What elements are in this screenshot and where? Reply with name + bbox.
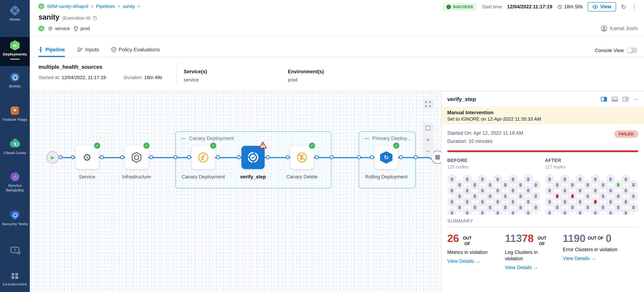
tab-policy-evaluations[interactable]: Policy Evaluations [112,42,160,57]
canary-icon [198,152,209,163]
after-node-grid[interactable] [545,174,638,215]
tab-label: Policy Evaluations [119,47,160,53]
tab-label: Pipeline [46,47,65,53]
connector-dot [237,155,241,159]
node-label-verify-step[interactable]: verify_step [230,173,276,180]
refresh-icon[interactable]: ↻ [621,4,626,10]
node-canary-deployment[interactable]: ✓ [192,146,215,169]
started-at-value: 12/04/2022, 11:17:19 [62,75,106,80]
collapse-icon[interactable]: — [181,136,186,141]
floating-panel-icon[interactable] [622,97,629,102]
node-health-dot [594,200,597,204]
panel-view-controls: — [601,97,638,102]
success-badge-icon: ✓ [144,143,150,149]
sidebar-item-label: Cloud Costs [0,151,30,155]
node-health-dot [609,211,612,215]
split-vertical-icon[interactable] [601,97,607,102]
connector-dot [174,155,178,159]
sidebar-item-security-tests[interactable]: Security Tests [0,210,30,226]
node-health-dot [548,177,551,181]
breadcrumb-pipelines[interactable]: Pipelines [96,4,115,9]
node-rolling-deployment[interactable]: ↻ ✓ [375,146,398,169]
start-node[interactable]: ▶ [46,151,59,164]
node-health-dot [586,206,589,210]
sidebar-item-label: Builds [0,84,30,88]
sidebar-item-label: Service Reliability [0,183,30,193]
pipeline-canvas[interactable]: — Canary Deployment — Primary Deploy... … [30,91,441,292]
after-label: AFTER [545,158,638,163]
sidebar-item-feature-flags[interactable]: ⚑ Feature Flags [0,106,30,122]
node-health-dot [512,177,514,181]
error-total: 0 [606,233,612,244]
more-menu-icon[interactable]: ⋮ [631,4,638,10]
node-label-canary-deployment[interactable]: Canary Deployment [180,173,227,180]
card-label: Error Clusters in violation [563,247,635,253]
before-node-grid[interactable] [447,174,540,215]
view-details-link[interactable]: View Details → [563,256,635,261]
sidebar-item-dashboards[interactable]: DASHBOARDS [0,271,30,286]
group-primary-label[interactable]: — Primary Deploy... [364,135,411,141]
node-health-dot [474,206,476,210]
service-tag[interactable]: ⚙ service [48,25,70,32]
node-verify-step[interactable] [242,146,265,169]
breadcrumb-project[interactable]: SRM-sanity-4thapril [47,4,88,9]
log-clusters-violation-card: 11378 OUT OF Log Clusters in violation V… [505,233,553,271]
connector-dot [187,155,191,159]
duration-label: Duration: [124,75,143,80]
node-service[interactable]: ⚙ ✓ [76,146,99,169]
fit-to-screen-button[interactable] [422,99,434,110]
node-label-service[interactable]: Service [64,173,111,180]
view-button[interactable]: View [588,2,616,11]
help-chat-icon: ? [10,247,19,253]
node-health-dot [632,206,635,210]
tab-pipeline[interactable]: Pipeline [38,42,65,57]
node-canary-delete[interactable]: ✓ [290,146,314,169]
tab-bar: Pipeline Inputs Policy Evaluations Conso… [30,36,644,57]
check-icon: ✓ [446,5,451,9]
sidebar-item-help[interactable]: ? [0,245,30,255]
sidebar-item-service-reliability[interactable]: ✓ Service Reliability [0,172,30,193]
node-health-dot [481,189,484,193]
minimize-panel-icon[interactable]: — [634,97,638,102]
node-health-dot [496,200,499,204]
execution-status-row: ✓ SUCCESS Start time 12/04/2022 11:17:19… [443,2,638,11]
title-row: sanity (Execution Id: 7) [38,13,97,21]
environment-link[interactable]: prod [288,77,324,83]
node-label-canary-delete[interactable]: Canary Delete [278,173,326,180]
view-details-link[interactable]: View Details → [447,259,496,264]
node-label-rolling-deployment[interactable]: Rolling Deployment [363,173,410,180]
tab-inputs[interactable]: Inputs [77,42,99,57]
node-infrastructure[interactable]: ✓ [125,146,148,169]
collapse-icon[interactable]: — [364,136,369,141]
node-health-dot [519,206,522,210]
group-canary-label[interactable]: — Canary Deployment [181,135,234,141]
node-label-infrastructure[interactable]: Infrastructure [113,173,160,180]
zoom-out-button[interactable]: − [426,148,430,154]
environment-tag[interactable]: prod [74,26,90,31]
elapsed-value: 18m 50s [564,4,583,9]
environments-block: Environment(s) prod [288,69,324,83]
sidebar-item-cloud-costs[interactable]: $ Cloud Costs [0,139,30,155]
stage-name[interactable]: multiple_health_sources [38,64,102,70]
split-horizontal-icon[interactable] [612,97,618,102]
user-chip[interactable]: Kamal Joshi [601,25,638,31]
node-health-dot [564,200,566,204]
view-details-link[interactable]: View Details → [505,265,553,271]
node-health-dot [458,194,461,198]
sidebar-item-label: Deployments [0,52,30,57]
sidebar-item-builds[interactable]: Builds [0,72,30,88]
sidebar-item-deployments[interactable]: ∞ Deployments [0,37,30,66]
breadcrumb-current[interactable]: sanity [123,4,135,9]
service-link[interactable]: service [184,77,207,83]
sidebar-item-home[interactable]: Home [0,6,30,22]
connector-dot [58,155,62,159]
sidebar: Home ∞ Deployments Builds ⚑ Feature Flag… [0,0,30,292]
zoom-in-button[interactable]: + [426,137,430,143]
connector-dot [286,155,290,159]
cloud-costs-icon: $ [10,141,20,147]
console-view-toggle[interactable] [626,47,638,53]
marquee-select-button[interactable] [422,123,434,133]
node-health-dot [504,194,506,198]
log-violations: 78 [522,233,534,244]
node-health-dot [512,200,514,204]
